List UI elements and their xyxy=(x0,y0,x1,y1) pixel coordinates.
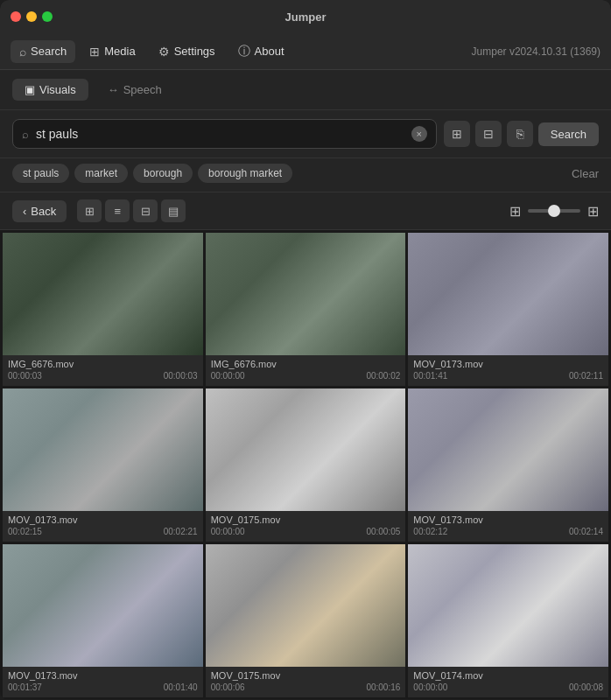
version-label: Jumper v2024.10.31 (1369) xyxy=(472,46,600,58)
search-bar: ⌕ × ⊞ ⊟ ⎘ Search xyxy=(0,110,611,158)
media-thumbnail xyxy=(206,544,406,667)
media-thumbnail xyxy=(408,388,608,511)
media-times: 00:00:0300:00:03 xyxy=(8,371,198,381)
media-item[interactable]: MOV_0173.mov00:01:3700:01:40 xyxy=(3,544,203,697)
chip-st-pauls[interactable]: st pauls xyxy=(12,164,69,183)
media-times: 00:01:4100:02:11 xyxy=(413,371,603,381)
toolbar: ‹ Back ⊞ ≡ ⊟ ▤ ⊞ ⊞ xyxy=(0,192,611,230)
chip-market[interactable]: market xyxy=(74,164,128,183)
media-item[interactable]: MOV_0173.mov00:02:1200:02:14 xyxy=(408,388,608,542)
nav-media-button[interactable]: ⊞ Media xyxy=(81,40,144,63)
back-label: Back xyxy=(31,205,56,218)
media-end-time: 00:01:40 xyxy=(164,682,198,692)
view-icon-2: ≡ xyxy=(114,205,121,218)
media-filename: MOV_0173.mov xyxy=(8,514,198,525)
media-thumbnail xyxy=(3,233,203,355)
clear-button[interactable]: Clear xyxy=(572,167,599,180)
chip-borough-market[interactable]: borough market xyxy=(198,164,292,183)
grid-tool-button[interactable]: ⊞ xyxy=(444,121,470,147)
chips: st pauls market borough borough market xyxy=(12,164,292,183)
toolbar-right: ⊞ ⊞ xyxy=(509,203,599,220)
search-input-wrapper: ⌕ × xyxy=(12,119,437,149)
nav-about-label: About xyxy=(255,45,284,58)
media-item[interactable]: MOV_0173.mov00:01:4100:02:11 xyxy=(408,233,608,386)
nav-media-label: Media xyxy=(104,45,135,58)
view-btn-3[interactable]: ⊟ xyxy=(133,200,158,222)
slider-thumb xyxy=(548,205,560,217)
clear-icon: × xyxy=(417,129,422,139)
media-end-time: 00:00:05 xyxy=(366,527,400,536)
close-button[interactable] xyxy=(11,11,21,22)
media-end-time: 00:00:03 xyxy=(164,371,198,381)
size-slider[interactable] xyxy=(528,209,580,213)
search-clear-button[interactable]: × xyxy=(411,126,427,142)
media-end-time: 00:00:02 xyxy=(366,371,400,381)
nav-settings-button[interactable]: ⚙ Settings xyxy=(150,40,224,63)
tab-bar: ▣ Visuals ↔ Speech xyxy=(0,70,611,110)
media-thumbnail xyxy=(206,233,406,355)
back-button[interactable]: ‹ Back xyxy=(12,200,67,222)
media-end-time: 00:02:21 xyxy=(164,527,198,536)
media-filename: MOV_0175.mov xyxy=(211,670,401,681)
nav-search-label: Search xyxy=(31,45,67,58)
media-times: 00:01:3700:01:40 xyxy=(8,682,198,692)
view-btn-1[interactable]: ⊞ xyxy=(77,200,102,222)
layout-tool-button[interactable]: ⊟ xyxy=(475,121,502,147)
view-icon-1: ⊞ xyxy=(85,205,95,218)
media-times: 00:02:1500:02:21 xyxy=(8,527,198,536)
nav-search-button[interactable]: ⌕ Search xyxy=(11,40,75,63)
nav-buttons: ⌕ Search ⊞ Media ⚙ Settings ⓘ About xyxy=(11,39,293,64)
media-start-time: 00:00:00 xyxy=(211,371,245,381)
view-btn-4[interactable]: ▤ xyxy=(161,200,186,222)
media-filename: MOV_0173.mov xyxy=(8,670,198,681)
media-item[interactable]: IMG_6676.mov00:00:0000:00:02 xyxy=(206,233,406,386)
speech-tab-icon: ↔ xyxy=(108,83,119,96)
search-submit-button[interactable]: Search xyxy=(538,122,599,146)
chip-row: st pauls market borough borough market C… xyxy=(0,158,611,192)
nav-about-button[interactable]: ⓘ About xyxy=(229,39,293,64)
search-input[interactable] xyxy=(36,127,404,141)
media-filename: IMG_6676.mov xyxy=(8,359,198,369)
media-filename: MOV_0173.mov xyxy=(413,514,603,525)
view-icon-4: ▤ xyxy=(168,205,179,218)
media-thumbnail xyxy=(408,233,608,355)
media-times: 00:00:0000:00:08 xyxy=(413,682,603,692)
search-tools: ⊞ ⊟ ⎘ Search xyxy=(444,121,599,147)
nav-settings-label: Settings xyxy=(174,45,215,58)
media-item[interactable]: IMG_6676.mov00:00:0300:00:03 xyxy=(3,233,203,386)
media-item[interactable]: MOV_0175.mov00:00:0000:00:05 xyxy=(206,388,406,542)
media-item[interactable]: MOV_0173.mov00:02:1500:02:21 xyxy=(3,388,203,542)
visuals-tab-icon: ▣ xyxy=(25,83,35,96)
media-end-time: 00:02:14 xyxy=(569,527,603,536)
media-filename: MOV_0173.mov xyxy=(413,359,603,369)
back-icon: ‹ xyxy=(23,205,26,218)
search-nav-icon: ⌕ xyxy=(19,45,26,59)
copy-tool-button[interactable]: ⎘ xyxy=(507,121,533,147)
media-grid: IMG_6676.mov00:00:0300:00:03IMG_6676.mov… xyxy=(0,230,611,699)
media-times: 00:02:1200:02:14 xyxy=(413,527,603,536)
traffic-lights xyxy=(11,11,53,22)
media-thumbnail xyxy=(408,544,608,667)
media-start-time: 00:01:41 xyxy=(413,371,447,381)
window-title: Jumper xyxy=(285,10,327,24)
maximize-button[interactable] xyxy=(42,11,53,22)
visuals-tab-label: Visuals xyxy=(39,83,76,96)
grid-large-icon[interactable]: ⊞ xyxy=(587,203,599,220)
media-end-time: 00:00:08 xyxy=(569,682,603,692)
grid-small-icon[interactable]: ⊞ xyxy=(509,203,521,220)
media-end-time: 00:00:16 xyxy=(366,682,400,692)
media-start-time: 00:02:15 xyxy=(8,527,42,536)
chip-borough[interactable]: borough xyxy=(133,164,193,183)
title-bar: Jumper xyxy=(0,0,611,33)
layout-tool-icon: ⊟ xyxy=(483,127,494,141)
settings-nav-icon: ⚙ xyxy=(158,45,170,59)
media-item[interactable]: MOV_0175.mov00:00:0600:00:16 xyxy=(206,544,406,697)
tab-speech[interactable]: ↔ Speech xyxy=(95,79,174,101)
minimize-button[interactable] xyxy=(26,11,37,22)
media-thumbnail xyxy=(3,544,203,667)
tab-visuals[interactable]: ▣ Visuals xyxy=(12,79,88,101)
media-filename: IMG_6676.mov xyxy=(211,359,401,369)
media-item[interactable]: MOV_0174.mov00:00:0000:00:08 xyxy=(408,544,608,697)
about-nav-icon: ⓘ xyxy=(238,44,250,60)
view-btn-2[interactable]: ≡ xyxy=(105,200,130,222)
